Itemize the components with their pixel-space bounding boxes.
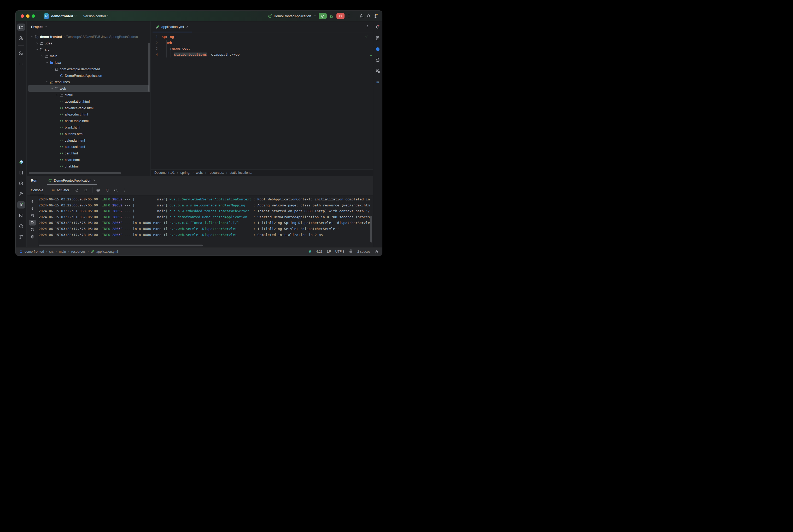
status-path-item[interactable]: resources [71, 250, 86, 253]
more-options-button[interactable] [121, 187, 128, 193]
code-with-me-button[interactable] [360, 14, 364, 18]
notifications-button[interactable] [374, 23, 382, 31]
console-vertical-scrollbar[interactable] [370, 216, 372, 243]
clear-all-button[interactable] [29, 234, 36, 240]
database-tool-button[interactable] [374, 35, 382, 42]
tree-row-blank-html[interactable]: blank.html [28, 124, 149, 131]
status-path-item[interactable]: application.yml [96, 250, 118, 253]
project-name-menu[interactable]: demo-fronted [51, 14, 73, 18]
breadcrumb-item[interactable]: static-locations: [230, 171, 252, 174]
status-path-item[interactable]: main [59, 250, 66, 253]
plugin-owl-button[interactable] [17, 158, 25, 166]
tree-row-src[interactable]: src [28, 46, 149, 53]
problems-tool-button[interactable] [17, 223, 25, 230]
status-breadcrumb[interactable]: demo-fronted›src›main›resources›applicat… [19, 250, 118, 253]
run-configuration-selector[interactable]: DemoFrontedApplication [268, 14, 316, 18]
chevron-down-icon[interactable] [50, 87, 54, 90]
services-tool-button[interactable] [17, 180, 25, 187]
project-tree-horizontal-scrollbar[interactable] [29, 172, 121, 174]
zoom-window-button[interactable] [32, 14, 35, 18]
detach-button[interactable] [103, 187, 110, 193]
project-avatar[interactable]: D [44, 13, 49, 19]
run-tool-button[interactable] [17, 201, 25, 209]
project-panel-header[interactable]: Project [27, 21, 151, 34]
search-everywhere-button[interactable] [366, 14, 371, 18]
tree-row-buttons-html[interactable]: buttons.html [28, 131, 149, 137]
chevron-down-icon[interactable] [35, 48, 39, 51]
rerun-button[interactable] [73, 187, 80, 193]
tree-row-accordation-html[interactable]: accordation.html [28, 98, 149, 105]
tree-row-carousal-html[interactable]: carousal.html [28, 144, 149, 150]
breadcrumb-item[interactable]: Document 1/1 [154, 171, 175, 174]
editor-options-button[interactable] [365, 25, 373, 29]
encoding-widget[interactable]: UTF-8 [335, 250, 345, 253]
chevron-down-icon[interactable] [30, 35, 34, 38]
tree-row-java[interactable]: java [28, 59, 149, 66]
close-window-button[interactable] [21, 14, 24, 18]
stop-button[interactable] [82, 187, 89, 193]
run-button[interactable] [319, 13, 327, 19]
tab-application-yml[interactable]: application.yml [153, 21, 192, 32]
ai-assistant-tool-button[interactable] [374, 56, 382, 64]
status-path-item[interactable]: src [50, 250, 54, 253]
console-output[interactable]: 2024-06-15T03:22:00.938-05:00 INFO 28052… [38, 195, 373, 247]
indent-widget[interactable]: 2 spaces [357, 250, 370, 253]
tree-row-resources[interactable]: resources [28, 79, 149, 86]
line-ending-widget[interactable]: LF [327, 250, 331, 253]
breadcrumb-item[interactable]: spring: [180, 171, 190, 174]
chevron-down-icon[interactable] [40, 55, 44, 57]
ai-status-icon[interactable] [349, 249, 353, 253]
close-tab-icon[interactable] [186, 25, 189, 28]
print-button[interactable] [29, 227, 36, 232]
version-control-menu[interactable]: Version control [83, 14, 106, 18]
tree-row-all-product-html[interactable]: all-product.html [28, 111, 149, 118]
code-editor[interactable]: 1spring:2 web:3 resources:4 static-locat… [151, 32, 373, 169]
tree-row-advance-table-html[interactable]: advance-table.html [28, 105, 149, 111]
code-with-me-tool-button[interactable] [374, 68, 382, 75]
next-occurrence-button[interactable] [29, 206, 36, 211]
project-tree-vertical-scrollbar[interactable] [148, 43, 150, 92]
tree-row-static[interactable]: static [28, 92, 149, 98]
breadcrumb-item[interactable]: resources: [209, 171, 224, 174]
caret-position-widget[interactable]: 4:23 [316, 250, 323, 253]
tree-row-chat-html[interactable]: chat.html [28, 163, 149, 170]
tab-console[interactable]: Console [29, 185, 45, 195]
debug-button[interactable] [329, 14, 333, 18]
prev-occurrence-button[interactable] [29, 198, 36, 204]
tree-row-basic-table-html[interactable]: basic-table.html [28, 118, 149, 124]
close-run-tab-icon[interactable] [93, 179, 96, 182]
tree-row--idea[interactable]: .idea [28, 40, 149, 46]
breadcrumb-item[interactable]: web: [196, 171, 203, 174]
status-path-item[interactable]: demo-fronted [24, 250, 44, 253]
run-tab-demofrontedapplication[interactable]: DemoFrontedApplication [47, 176, 97, 185]
more-tool-windows-button[interactable] [17, 60, 25, 68]
chevron-down-icon[interactable] [45, 61, 49, 64]
tree-row-calendar-html[interactable]: calendar.html [28, 137, 149, 144]
tab-actuator[interactable]: Actuator [49, 185, 71, 195]
chevron-down-icon[interactable] [50, 68, 54, 71]
ai-chat-tool-button[interactable] [374, 45, 382, 53]
tree-row-main[interactable]: main [28, 53, 149, 59]
project-tool-button[interactable] [17, 23, 25, 31]
chevron-down-icon[interactable] [45, 80, 49, 83]
tree-row-demo-fronted[interactable]: demo-fronted~/Desktop/CS/JavaEE/5 Java S… [28, 34, 149, 40]
version-control-tool-button[interactable] [17, 233, 25, 241]
settings-button[interactable] [373, 14, 378, 18]
terminal-tool-button[interactable] [17, 212, 25, 219]
stop-button[interactable] [336, 13, 345, 19]
chevron-right-icon[interactable] [35, 42, 39, 45]
console-horizontal-scrollbar[interactable] [39, 245, 203, 246]
chevron-right-icon[interactable] [55, 94, 59, 96]
memory-settings-button[interactable] [112, 187, 119, 193]
minimize-window-button[interactable] [26, 14, 30, 18]
tree-row-demofrontedapplication[interactable]: DemoFrontedApplication [28, 72, 149, 79]
scroll-to-end-button[interactable] [29, 220, 36, 226]
thread-dump-button[interactable] [95, 187, 101, 193]
inspections-ok-icon[interactable] [365, 35, 368, 38]
tree-row-web[interactable]: web [28, 85, 149, 92]
build-tool-button[interactable] [17, 190, 25, 198]
soft-wrap-button[interactable] [29, 213, 36, 218]
tree-row-chart-html[interactable]: chart.html [28, 156, 149, 163]
tree-row-com-example-demofronted[interactable]: com.example.demofronted [28, 66, 149, 72]
more-actions-button[interactable] [347, 14, 351, 18]
